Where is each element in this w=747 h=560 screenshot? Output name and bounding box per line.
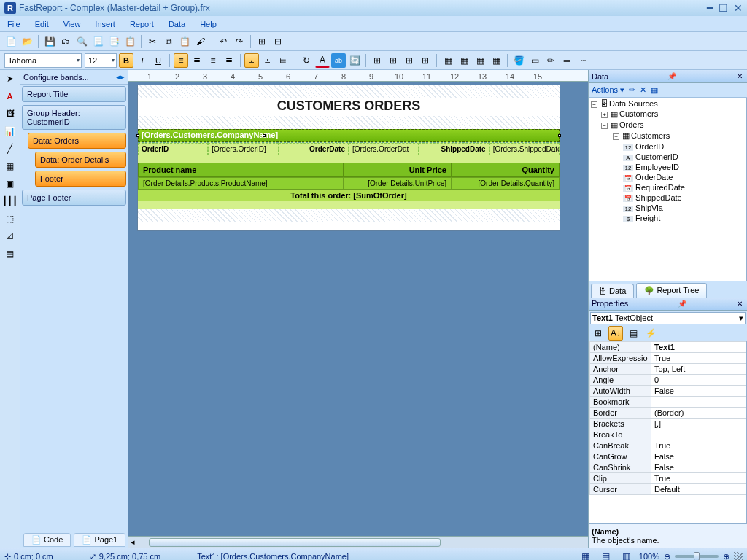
zoom-in-button[interactable]: ⊕ (723, 552, 729, 561)
prop-value-Border[interactable]: (Border) (651, 407, 746, 418)
band-page-footer[interactable]: Page Footer (22, 190, 126, 206)
prop-value-Clip[interactable]: True (651, 472, 746, 483)
object-selector[interactable]: Text1 TextObject ▾ (590, 312, 746, 324)
prop-name-CanBreak[interactable]: CanBreak (590, 440, 651, 451)
format-painter-button[interactable]: 🖌 (193, 34, 208, 49)
barcode-tool[interactable]: ┃┃┃ (3, 194, 18, 209)
prop-name-Cursor[interactable]: Cursor (590, 483, 651, 494)
snap-2[interactable]: ▦ (457, 53, 471, 68)
close-button[interactable]: ✕ (734, 2, 743, 14)
group-footer-text[interactable]: Total this order: [SumOfOrder] (138, 190, 560, 201)
group-header-text[interactable]: [Orders.Customers.CompanyName] (138, 129, 560, 142)
prop-value-Cursor[interactable]: Default (651, 483, 746, 494)
prop-name-Brackets[interactable]: Brackets (590, 418, 651, 429)
valign-top-button[interactable]: ⫠ (244, 53, 259, 68)
menu-help[interactable]: Help (200, 20, 217, 28)
actions-dropdown[interactable]: Actions ▾ (592, 85, 624, 95)
tab-page1[interactable]: 📄 Page1 (74, 533, 125, 547)
new-button[interactable]: 📄 (4, 34, 18, 49)
pointer-tool[interactable]: ➤ (3, 71, 18, 86)
band-group-header[interactable]: Group Header: CustomerID (22, 105, 126, 130)
detail-header-qty[interactable]: Quantity (452, 163, 560, 177)
page-button[interactable]: 📃 (90, 34, 105, 49)
text-tool[interactable]: A (3, 89, 18, 104)
menu-view[interactable]: View (63, 20, 81, 28)
align-left-button[interactable]: ≡ (174, 53, 188, 68)
zoom-slider[interactable] (675, 555, 719, 558)
tree-action-1[interactable]: ✏ (629, 85, 635, 95)
bold-button[interactable]: B (119, 53, 133, 68)
prop-alphabetical[interactable]: A↓ (608, 326, 623, 341)
prop-name-Anchor[interactable]: Anchor (590, 363, 651, 374)
detail-price-value[interactable]: [Order Details.UnitPrice] (344, 177, 452, 190)
line-width-button[interactable]: ═ (560, 53, 574, 68)
props-pin-icon[interactable]: 📌 (676, 300, 688, 308)
fill-color-button[interactable]: 🪣 (511, 53, 526, 68)
line-tool[interactable]: ╱ (3, 141, 18, 156)
tree-action-3[interactable]: ▦ (651, 85, 658, 95)
save-all-button[interactable]: 🗂 (58, 34, 73, 49)
align-right-button[interactable]: ≡ (206, 53, 220, 68)
view-mode-3[interactable]: ▥ (619, 549, 634, 560)
menu-data[interactable]: Data (169, 20, 185, 28)
orders-shippeddate-label[interactable]: ShippedDate (419, 143, 489, 155)
check-tool[interactable]: ☑ (3, 229, 18, 244)
detail-qty-value[interactable]: [Order Details.Quantity] (452, 177, 560, 190)
prop-name-Angle[interactable]: Angle (590, 374, 651, 385)
band-data-orders[interactable]: Data: Orders (28, 133, 126, 149)
prop-name-BreakTo[interactable]: BreakTo (590, 429, 651, 440)
align-grid-4[interactable]: ⊞ (418, 53, 433, 68)
prop-value-Bookmark[interactable] (651, 396, 746, 407)
italic-button[interactable]: I (135, 53, 150, 68)
font-color-button[interactable]: A (315, 53, 330, 68)
valign-middle-button[interactable]: ⫨ (260, 53, 275, 68)
prop-name-Bookmark[interactable]: Bookmark (590, 396, 651, 407)
detail-header-price[interactable]: Unit Price (344, 163, 452, 177)
align-grid-3[interactable]: ⊞ (402, 53, 417, 68)
tab-report-tree[interactable]: 🌳 Report Tree (636, 283, 707, 298)
prop-value-BreakTo[interactable] (651, 429, 746, 440)
configure-bands-link[interactable]: Configure bands... (23, 73, 89, 82)
subreport-tool[interactable]: ▣ (3, 176, 18, 191)
font-size-dropdown[interactable]: 12 (85, 53, 117, 68)
zoom-out-button[interactable]: ⊖ (664, 552, 670, 561)
chart-tool[interactable]: 📊 (3, 124, 18, 139)
prop-name-(Name)[interactable]: (Name) (590, 341, 651, 352)
prop-value-(Name)[interactable]: Text1 (651, 341, 746, 352)
menu-insert[interactable]: Insert (95, 20, 115, 28)
prop-value-Angle[interactable]: 0 (651, 374, 746, 385)
text-rotate-button[interactable]: ↻ (299, 53, 314, 68)
prop-value-CanBreak[interactable]: True (651, 440, 746, 451)
align-grid-2[interactable]: ⊞ (386, 53, 400, 68)
prop-value-Anchor[interactable]: Top, Left (651, 363, 746, 374)
report-page[interactable]: CUSTOMERS ORDERS [Orders.Customers.Compa… (137, 85, 560, 231)
prop-value-CanGrow[interactable]: False (651, 451, 746, 462)
menu-report[interactable]: Report (130, 20, 154, 28)
copy-button[interactable]: ⧉ (161, 34, 176, 49)
align-grid-1[interactable]: ⊞ (370, 53, 384, 68)
picture-tool[interactable]: 🖼 (3, 106, 18, 121)
preview-button[interactable]: 🔍 (74, 34, 89, 49)
prop-value-CanShrink[interactable]: False (651, 462, 746, 472)
menu-file[interactable]: File (7, 20, 20, 28)
band-data-order-details[interactable]: Data: Order Details (35, 152, 126, 168)
ungroup-button[interactable]: ⊟ (271, 34, 285, 49)
minimize-button[interactable]: ━ (707, 2, 713, 14)
prop-value-AutoWidth[interactable]: False (651, 385, 746, 396)
prop-name-CanShrink[interactable]: CanShrink (590, 462, 651, 472)
tab-code[interactable]: 📄 Code (23, 533, 71, 547)
view-mode-1[interactable]: ▦ (578, 549, 593, 560)
redo-button[interactable]: ↷ (232, 34, 247, 49)
orders-shippeddate-value[interactable]: [Orders.ShippedDate] (489, 143, 560, 155)
prop-pages[interactable]: ▤ (626, 326, 640, 341)
table-tool[interactable]: ▦ (3, 159, 18, 174)
line-color-button[interactable]: ✏ (543, 53, 558, 68)
page-setup-button[interactable]: 📋 (123, 34, 137, 49)
underline-button[interactable]: U (151, 53, 166, 68)
snap-3[interactable]: ▦ (473, 53, 487, 68)
cut-button[interactable]: ✂ (145, 34, 160, 49)
bands-collapse-icon[interactable]: ◂▸ (116, 72, 125, 82)
page-add-button[interactable]: 📑 (107, 34, 121, 49)
prop-value-AllowExpressio[interactable]: True (651, 352, 746, 363)
band-footer[interactable]: Footer (35, 171, 126, 187)
